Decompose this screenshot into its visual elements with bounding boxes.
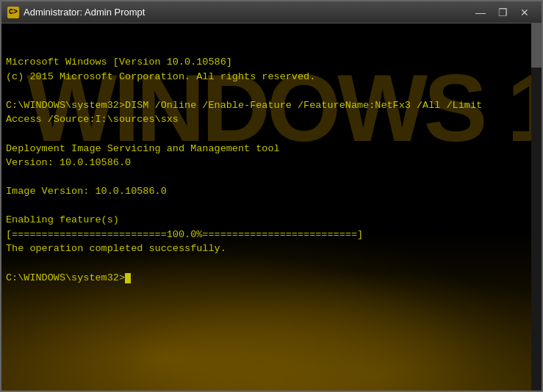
minimize-button[interactable]: — (470, 1, 492, 23)
main-window: C> Administrator: Admin Prompt — ❐ ✕ WIN… (0, 0, 543, 392)
console-line: Deployment Image Servicing and Managemen… (6, 142, 537, 156)
console-line (6, 256, 537, 271)
console-line: [==========================100.0%=======… (6, 228, 537, 242)
scrollbar[interactable] (531, 23, 542, 391)
console-line: Enabling feature(s) (6, 213, 537, 228)
text-cursor (125, 273, 131, 283)
console-line: Image Version: 10.0.10586.0 (6, 184, 537, 199)
window-controls: — ❐ ✕ (470, 1, 536, 23)
maximize-button[interactable]: ❐ (492, 1, 514, 23)
console-line: Access /Source:I:\sources\sxs (6, 112, 537, 127)
console-line: The operation completed successfully. (6, 242, 537, 256)
console-line: C:\WINDOWS\system32>DISM /Online /Enable… (6, 98, 537, 113)
console-line: C:\WINDOWS\system32> (6, 271, 537, 286)
scrollbar-thumb[interactable] (531, 23, 542, 68)
console-line (6, 84, 537, 98)
window-title: Administrator: Admin Prompt (24, 7, 470, 18)
console-line: Version: 10.0.10586.0 (6, 156, 537, 170)
console-line: (c) 2015 Microsoft Corporation. All righ… (6, 70, 537, 84)
console-line (6, 199, 537, 214)
console-line (6, 170, 537, 185)
console-area: WINDOWS 1 Microsoft Windows [Version 10.… (1, 23, 542, 391)
close-button[interactable]: ✕ (514, 1, 536, 23)
title-bar: C> Administrator: Admin Prompt — ❐ ✕ (1, 1, 542, 23)
console-line (6, 127, 537, 142)
app-icon: C> (7, 7, 19, 18)
console-line: Microsoft Windows [Version 10.0.10586] (6, 55, 537, 70)
console-output: Microsoft Windows [Version 10.0.10586](c… (1, 23, 542, 288)
